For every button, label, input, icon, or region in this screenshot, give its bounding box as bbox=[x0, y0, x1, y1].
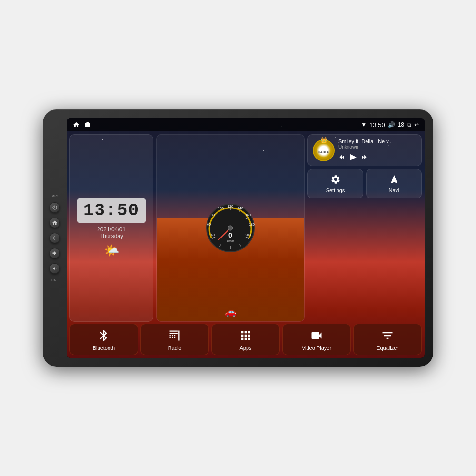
bluetooth-button[interactable]: Bluetooth bbox=[69, 324, 138, 355]
quick-actions: Settings Navi bbox=[307, 169, 422, 198]
back-nav-icon[interactable]: ↩ bbox=[414, 121, 419, 128]
music-info: Smiley ft. Delia - Ne v... Unknown ⏮ ▶ ⏭ bbox=[338, 139, 416, 162]
clock-date: 2021/04/01 Thursday bbox=[97, 226, 126, 239]
svg-text:160: 160 bbox=[245, 213, 251, 217]
home-icon[interactable] bbox=[72, 121, 80, 129]
next-button[interactable]: ⏭ bbox=[361, 153, 368, 160]
navi-button[interactable]: Navi bbox=[366, 169, 422, 198]
music-artist: Unknown bbox=[338, 144, 416, 149]
music-logo: 👑 CARFU bbox=[313, 139, 335, 161]
mic-label: MIC bbox=[52, 195, 58, 198]
svg-text:180: 180 bbox=[249, 223, 255, 226]
right-panel: 👑 CARFU Smiley ft. Delia - Ne v... Unkno… bbox=[307, 134, 422, 322]
settings-button[interactable]: Settings bbox=[307, 169, 363, 198]
apps-button[interactable]: Apps bbox=[211, 324, 280, 355]
house-icon[interactable] bbox=[84, 121, 91, 129]
weather-icon: 🌤️ bbox=[104, 243, 119, 258]
wifi-icon: ▼ bbox=[361, 121, 367, 128]
svg-text:140: 140 bbox=[238, 207, 243, 210]
svg-text:km/h: km/h bbox=[227, 239, 234, 243]
music-controls: ⏮ ▶ ⏭ bbox=[338, 151, 416, 162]
device-shell: MIC RST bbox=[43, 109, 433, 367]
music-title: Smiley ft. Delia - Ne v... bbox=[338, 139, 416, 144]
recent-apps-icon[interactable]: ⧉ bbox=[407, 121, 411, 128]
music-logo-text: CARFU bbox=[318, 150, 330, 154]
battery-level: 18 bbox=[398, 121, 404, 128]
play-button[interactable]: ▶ bbox=[350, 151, 357, 162]
equalizer-label: Equalizer bbox=[377, 345, 398, 351]
radio-label: Radio bbox=[168, 345, 182, 351]
navi-label: Navi bbox=[388, 188, 399, 193]
home-button[interactable] bbox=[50, 218, 60, 228]
equalizer-button[interactable]: Equalizer bbox=[353, 324, 422, 355]
status-bar: ▼ 13:50 🔊 18 ⧉ ↩ bbox=[67, 118, 425, 131]
radio-button[interactable]: Radio bbox=[140, 324, 209, 355]
speedometer-widget: 🚗 bbox=[156, 134, 305, 322]
status-left bbox=[72, 121, 91, 129]
video-label: Video Player bbox=[302, 345, 331, 351]
svg-text:100: 100 bbox=[218, 207, 224, 210]
rst-label: RST bbox=[51, 278, 58, 281]
svg-text:200: 200 bbox=[245, 233, 251, 237]
main-content: 13:50 2021/04/01 Thursday 🌤️ 🚗 bbox=[67, 131, 425, 358]
side-buttons: MIC RST bbox=[50, 195, 60, 281]
vol-down-button[interactable] bbox=[50, 263, 60, 274]
vol-up-button[interactable] bbox=[50, 248, 60, 258]
screen-bezel: ▼ 13:50 🔊 18 ⧉ ↩ 13:50 2021/04/01 bbox=[67, 118, 425, 358]
power-button[interactable] bbox=[50, 202, 60, 213]
app-bar: Bluetooth Radio Apps bbox=[67, 324, 425, 358]
svg-text:0: 0 bbox=[228, 231, 232, 239]
svg-point-20 bbox=[228, 226, 233, 230]
svg-text:120: 120 bbox=[228, 205, 233, 208]
bluetooth-label: Bluetooth bbox=[93, 345, 115, 351]
car-icon: 🚗 bbox=[225, 306, 237, 317]
clock-display: 13:50 bbox=[77, 198, 146, 223]
volume-icon: 🔊 bbox=[388, 121, 395, 128]
music-widget[interactable]: 👑 CARFU Smiley ft. Delia - Ne v... Unkno… bbox=[307, 134, 422, 166]
back-button[interactable] bbox=[50, 233, 60, 243]
apps-label: Apps bbox=[239, 345, 251, 351]
svg-text:40: 40 bbox=[211, 233, 215, 237]
svg-text:60: 60 bbox=[207, 223, 211, 226]
gauge-container: 40 60 80 100 120 140 160 180 200 bbox=[204, 202, 257, 254]
status-right: ▼ 13:50 🔊 18 ⧉ ↩ bbox=[361, 121, 419, 129]
widgets-row: 13:50 2021/04/01 Thursday 🌤️ 🚗 bbox=[67, 131, 425, 324]
clock-widget: 13:50 2021/04/01 Thursday 🌤️ bbox=[69, 134, 153, 322]
settings-label: Settings bbox=[326, 188, 345, 193]
screen: ▼ 13:50 🔊 18 ⧉ ↩ 13:50 2021/04/01 bbox=[67, 118, 425, 358]
svg-text:80: 80 bbox=[211, 213, 215, 217]
video-player-button[interactable]: Video Player bbox=[282, 324, 351, 355]
prev-button[interactable]: ⏮ bbox=[338, 153, 345, 160]
status-time: 13:50 bbox=[369, 121, 385, 129]
